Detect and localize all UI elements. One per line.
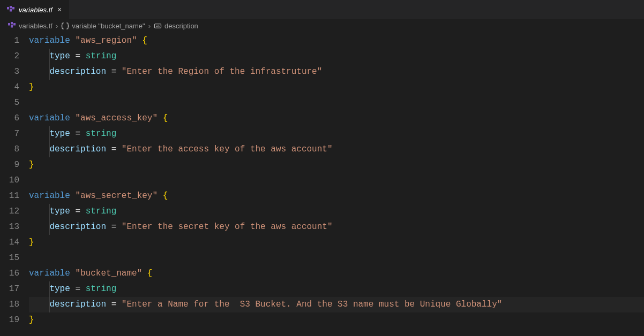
indent-guide [49,204,50,219]
breadcrumb-file-label: variables.tf [19,22,53,30]
svg-rect-3 [12,7,14,10]
svg-rect-4 [8,23,10,26]
indent-guide [49,64,50,80]
breadcrumb-variable-label: variable "bucket_name" [72,22,145,30]
line-number-gutter: 12345678910111213141516171819 [0,33,29,336]
svg-rect-7 [13,23,16,26]
code-line[interactable]: } [29,80,644,95]
svg-rect-0 [7,7,9,10]
line-number: 10 [0,173,19,188]
terraform-file-icon [8,21,16,30]
line-number: 1 [0,33,19,49]
line-number: 4 [0,80,19,95]
code-line[interactable] [29,95,644,111]
line-number: 19 [0,312,19,328]
code-line[interactable]: description = "Enter the secret key of t… [29,219,644,235]
code-line[interactable]: } [29,157,644,173]
line-number: 18 [0,297,19,312]
code-line[interactable]: type = string [29,49,644,64]
tab-title: variables.tf [19,6,53,14]
breadcrumb-variable[interactable]: variable "bucket_name" [61,22,145,30]
indent-guide [49,126,50,142]
terraform-file-icon [6,5,15,14]
breadcrumb-file[interactable]: variables.tf [8,21,53,30]
svg-rect-1 [10,6,12,9]
symbol-namespace-icon [61,22,69,30]
line-number: 11 [0,188,19,204]
indent-guide [49,219,50,235]
line-number: 17 [0,281,19,297]
breadcrumb: variables.tf › variable "bucket_name" › … [0,19,644,32]
code-line[interactable]: description = "Enter a Name for the S3 B… [29,297,644,312]
svg-rect-2 [10,9,12,12]
indent-guide [49,49,50,64]
indent-guide [49,297,50,312]
line-number: 8 [0,142,19,157]
line-number: 13 [0,219,19,235]
svg-rect-6 [11,25,13,28]
code-line[interactable]: variable "bucket_name" { [29,266,644,281]
line-number: 12 [0,204,19,219]
tab-variables-tf[interactable]: variables.tf × [0,0,70,19]
code-line[interactable]: description = "Enter the access key of t… [29,142,644,157]
symbol-string-icon: abc [154,22,162,30]
indent-guide [49,142,50,157]
editor: variables.tf × variables.tf › variable "… [0,0,644,336]
line-number: 15 [0,250,19,266]
chevron-right-icon: › [56,22,58,30]
svg-rect-5 [11,22,13,25]
code-line[interactable] [29,173,644,188]
line-number: 7 [0,126,19,142]
code-line[interactable]: description = "Enter the Region of the i… [29,64,644,80]
code-line[interactable]: } [29,235,644,250]
code-line[interactable]: type = string [29,126,644,142]
code-area[interactable]: 12345678910111213141516171819 variable "… [0,32,644,336]
line-number: 6 [0,111,19,126]
code-line[interactable]: variable "aws_secret_key" { [29,188,644,204]
code-line[interactable] [29,250,644,266]
tab-bar: variables.tf × [0,0,644,19]
breadcrumb-property[interactable]: abc description [154,22,198,30]
indent-guide [49,281,50,297]
line-number: 9 [0,157,19,173]
chevron-right-icon: › [148,22,151,30]
line-number: 14 [0,235,19,250]
code-line[interactable]: type = string [29,281,644,297]
line-number: 5 [0,95,19,111]
breadcrumb-property-label: description [164,22,198,30]
code-line[interactable]: variable "aws_access_key" { [29,111,644,126]
line-number: 16 [0,266,19,281]
line-number: 2 [0,49,19,64]
svg-text:abc: abc [156,24,161,27]
close-icon[interactable]: × [56,5,63,14]
code-line[interactable]: type = string [29,204,644,219]
line-number: 3 [0,64,19,80]
code-line[interactable]: } [29,312,644,328]
code-lines[interactable]: variable "aws_region" { type = string de… [29,33,644,336]
code-line[interactable]: variable "aws_region" { [29,33,644,49]
